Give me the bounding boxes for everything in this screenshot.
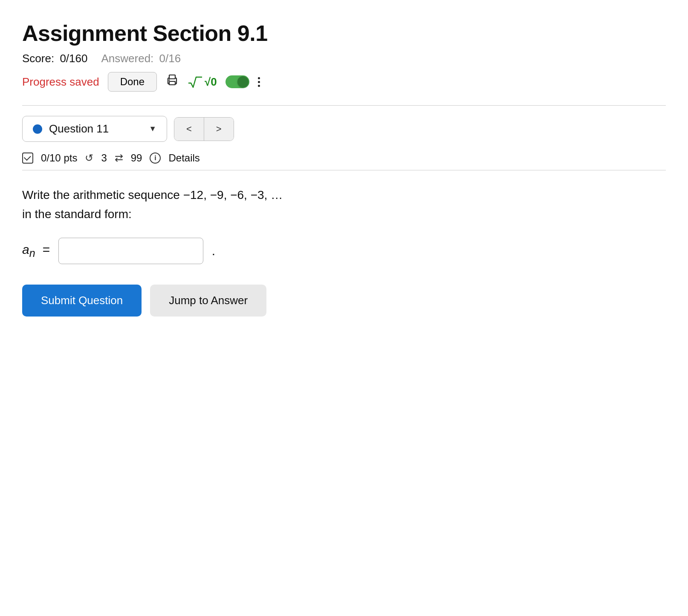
- sqrt-display: √0: [188, 75, 217, 89]
- undo-count: 3: [101, 152, 107, 164]
- prev-question-button[interactable]: <: [174, 118, 204, 141]
- refresh-icon[interactable]: ⇄: [115, 152, 123, 164]
- period: .: [212, 244, 215, 258]
- svg-rect-1: [169, 75, 175, 79]
- toolbar-divider: [22, 105, 666, 106]
- pts-label: 0/10 pts: [41, 152, 77, 164]
- progress-saved-label: Progress saved: [22, 75, 99, 89]
- dropdown-arrow-icon: ▼: [149, 124, 156, 133]
- question-dropdown[interactable]: Question 11 ▼: [22, 116, 167, 142]
- answer-input[interactable]: [58, 238, 203, 264]
- details-label: Details: [168, 152, 199, 164]
- answered-label: Answered: 0/16: [101, 52, 181, 65]
- score-label: Score: 0/160: [22, 52, 87, 65]
- question-label: Question 11: [49, 122, 142, 135]
- submit-question-button[interactable]: Submit Question: [22, 285, 142, 317]
- svg-rect-2: [169, 81, 175, 85]
- question-body: Write the arithmetic sequence −12, −9, −…: [22, 186, 666, 224]
- info-icon[interactable]: i: [150, 153, 161, 164]
- question-divider: [22, 170, 666, 170]
- more-menu-button[interactable]: [258, 73, 260, 90]
- refresh-count: 99: [131, 152, 142, 164]
- done-button[interactable]: Done: [108, 72, 157, 92]
- undo-icon[interactable]: ↺: [85, 152, 93, 164]
- checkbox-icon: [22, 153, 33, 164]
- print-icon[interactable]: [165, 74, 179, 90]
- svg-point-3: [169, 79, 170, 81]
- question-line1: Write the arithmetic sequence −12, −9, −…: [22, 186, 666, 205]
- question-status-dot: [33, 124, 42, 134]
- math-toggle[interactable]: [225, 75, 249, 88]
- an-label: an =: [22, 242, 50, 259]
- page-title: Assignment Section 9.1: [22, 20, 666, 46]
- question-line2: in the standard form:: [22, 205, 666, 224]
- question-nav: < >: [174, 117, 234, 141]
- next-question-button[interactable]: >: [204, 118, 234, 141]
- jump-to-answer-button[interactable]: Jump to Answer: [150, 285, 266, 317]
